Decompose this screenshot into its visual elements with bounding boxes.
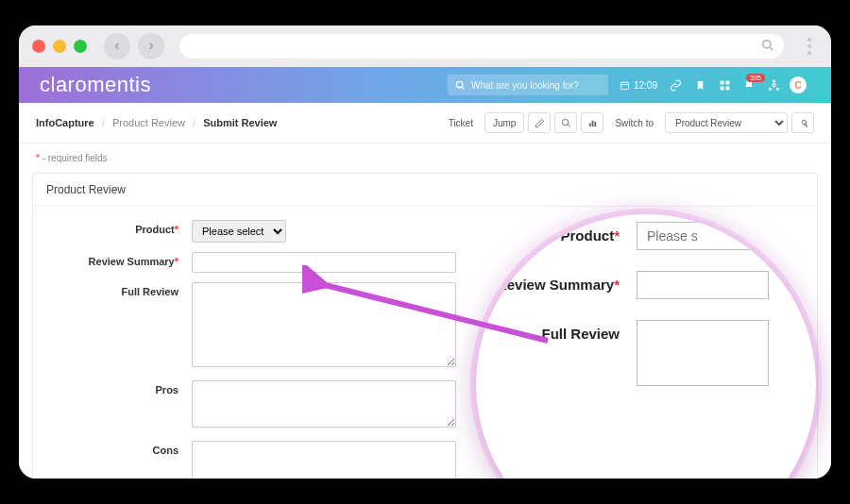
breadcrumb-leaf: Submit Review [203, 117, 277, 128]
ticket-label: Ticket [441, 112, 481, 133]
svg-rect-17 [592, 120, 594, 126]
cons-input[interactable] [192, 441, 456, 479]
svg-point-11 [769, 88, 771, 90]
svg-rect-6 [720, 80, 723, 84]
search-icon [561, 118, 571, 128]
jump-button[interactable]: Jump [484, 112, 524, 133]
svg-line-1 [770, 47, 774, 51]
url-bar[interactable] [179, 34, 784, 59]
svg-rect-4 [620, 82, 628, 89]
app-header: claromentis 12:09 395 C [19, 67, 831, 103]
edit-icon [535, 118, 545, 128]
browser-chrome [19, 25, 831, 67]
svg-point-13 [773, 80, 774, 82]
cons-label: Cons [153, 445, 179, 456]
svg-point-0 [763, 41, 771, 48]
brand-logo: claromentis [40, 73, 151, 97]
svg-rect-7 [725, 80, 729, 84]
user-avatar[interactable]: C [786, 76, 810, 93]
svg-rect-8 [720, 86, 723, 90]
svg-point-14 [562, 119, 568, 125]
search-icon [455, 80, 466, 91]
svg-point-12 [776, 88, 778, 90]
full-review-input[interactable] [192, 282, 456, 367]
search-icon [761, 39, 774, 52]
svg-line-15 [568, 124, 570, 126]
product-label: Product [135, 224, 175, 235]
maximize-window-icon[interactable] [74, 40, 87, 53]
breadcrumb: InfoCapture / Product Review / Submit Re… [36, 117, 277, 128]
svg-rect-9 [725, 86, 729, 90]
switch-to-label: Switch to [607, 112, 661, 133]
link-icon[interactable] [663, 79, 688, 92]
svg-line-3 [462, 86, 465, 89]
panel-title: Product Review [33, 174, 817, 207]
switch-to-select[interactable]: Product Review [665, 112, 788, 133]
full-label: Full Review [121, 286, 178, 297]
svg-point-2 [456, 81, 462, 87]
header-search[interactable] [448, 75, 608, 95]
breadcrumb-mid[interactable]: Product Review [112, 117, 185, 128]
pros-input[interactable] [192, 380, 456, 428]
settings-button[interactable] [791, 112, 814, 133]
activity-icon[interactable] [761, 79, 786, 92]
product-select[interactable]: Please select... [192, 220, 286, 243]
browser-frame: claromentis 12:09 395 C InfoCapture / Pr… [19, 25, 831, 479]
page-toolbar: InfoCapture / Product Review / Submit Re… [19, 103, 831, 143]
window-controls [32, 40, 87, 53]
mag-full-input [637, 320, 769, 386]
required-note: * - required fields [19, 143, 831, 173]
bookmark-icon[interactable] [688, 80, 712, 91]
pros-label: Pros [156, 384, 178, 395]
notifications-icon[interactable]: 395 [737, 79, 761, 91]
bar-chart-icon [587, 118, 598, 128]
browser-menu-icon[interactable] [801, 38, 818, 55]
wrench-icon [797, 117, 808, 128]
svg-point-10 [772, 83, 774, 86]
stats-button[interactable] [581, 112, 604, 133]
minimize-window-icon[interactable] [53, 40, 66, 53]
mag-summary-input [637, 271, 769, 299]
header-time: 12:09 [620, 80, 657, 91]
calendar-icon [620, 80, 630, 91]
header-search-input[interactable] [471, 80, 601, 91]
svg-rect-16 [589, 123, 591, 126]
toolbar-actions: Ticket Jump Switch to Product Review [441, 112, 814, 133]
forward-button[interactable] [138, 33, 164, 59]
svg-rect-18 [594, 122, 596, 126]
breadcrumb-root[interactable]: InfoCapture [36, 117, 94, 128]
back-button[interactable] [104, 33, 130, 59]
edit-button[interactable] [528, 112, 551, 133]
close-window-icon[interactable] [32, 40, 45, 53]
summary-label: Review Summary [89, 256, 175, 267]
search-button[interactable] [554, 112, 577, 133]
apps-icon[interactable] [712, 79, 737, 92]
summary-input[interactable] [192, 252, 456, 273]
